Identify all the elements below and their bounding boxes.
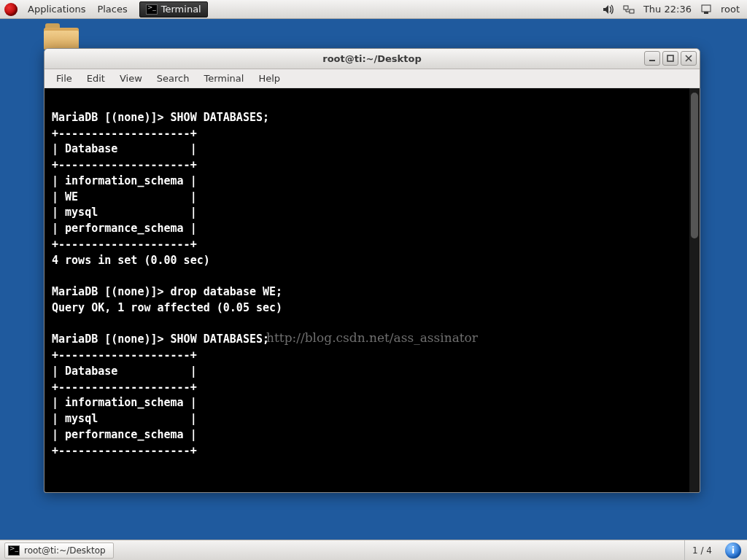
user-icon[interactable] bbox=[700, 4, 712, 15]
top-panel: Applications Places Terminal Thu 22:36 r… bbox=[0, 0, 747, 19]
workspace-indicator[interactable]: 1 / 4 bbox=[684, 540, 719, 561]
menu-help[interactable]: Help bbox=[251, 73, 287, 84]
system-tray: Thu 22:36 root bbox=[603, 4, 747, 15]
desktop-folder-icon[interactable] bbox=[44, 20, 79, 50]
volume-icon[interactable] bbox=[603, 4, 614, 15]
places-menu[interactable]: Places bbox=[91, 0, 133, 19]
taskbar-item-terminal[interactable]: Terminal bbox=[139, 1, 208, 18]
menu-file[interactable]: File bbox=[49, 73, 80, 84]
menu-terminal[interactable]: Terminal bbox=[196, 73, 251, 84]
applications-menu[interactable]: Applications bbox=[22, 0, 91, 19]
svg-rect-4 bbox=[649, 60, 655, 61]
close-button[interactable] bbox=[681, 51, 697, 66]
distro-logo-icon[interactable] bbox=[4, 3, 18, 16]
scrollbar-thumb[interactable] bbox=[691, 93, 698, 238]
terminal-output[interactable]: MariaDB [(none)]> SHOW DATABASES; +-----… bbox=[44, 88, 700, 492]
svg-rect-5 bbox=[667, 55, 673, 61]
minimize-button[interactable] bbox=[644, 51, 660, 66]
svg-rect-3 bbox=[704, 12, 708, 14]
taskbar-item-label: Terminal bbox=[161, 4, 201, 15]
user-label[interactable]: root bbox=[721, 4, 740, 15]
taskbar-item-label: root@ti:~/Desktop bbox=[24, 545, 106, 556]
info-icon[interactable]: i bbox=[725, 542, 741, 559]
taskbar-item-terminal-bottom[interactable]: root@ti:~/Desktop bbox=[4, 542, 114, 559]
menubar: File Edit View Search Terminal Help bbox=[44, 69, 700, 88]
bottom-panel: root@ti:~/Desktop 1 / 4 i bbox=[0, 540, 747, 560]
menu-view[interactable]: View bbox=[112, 73, 150, 84]
maximize-button[interactable] bbox=[662, 51, 678, 66]
svg-rect-2 bbox=[702, 5, 711, 12]
watermark-text: http://blog.csdn.net/ass_assinator bbox=[266, 329, 478, 347]
network-icon[interactable] bbox=[623, 4, 635, 15]
svg-rect-0 bbox=[624, 6, 628, 9]
window-title: root@ti:~/Desktop bbox=[44, 53, 700, 64]
terminal-window: root@ti:~/Desktop File Edit View Search … bbox=[44, 48, 700, 493]
titlebar[interactable]: root@ti:~/Desktop bbox=[44, 49, 700, 69]
scrollbar[interactable] bbox=[689, 88, 700, 492]
menu-search[interactable]: Search bbox=[150, 73, 197, 84]
svg-rect-1 bbox=[630, 9, 634, 13]
terminal-icon bbox=[8, 545, 20, 556]
terminal-icon bbox=[146, 4, 158, 15]
menu-edit[interactable]: Edit bbox=[80, 73, 112, 84]
clock[interactable]: Thu 22:36 bbox=[643, 4, 692, 15]
